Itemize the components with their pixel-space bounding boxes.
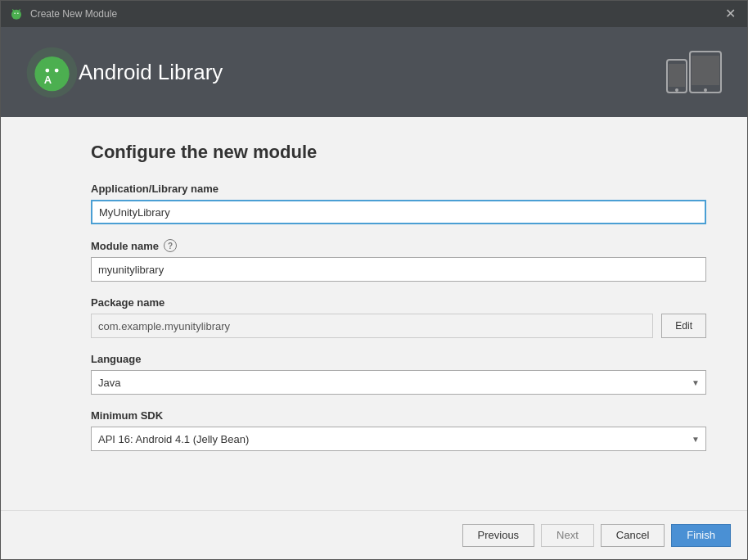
min-sdk-select-wrapper: API 16: Android 4.1 (Jelly Bean) API 21:… <box>91 427 706 451</box>
android-logo-icon: A <box>25 46 79 99</box>
header-title: Android Library <box>79 60 665 85</box>
language-select[interactable]: Java Kotlin <box>91 370 706 395</box>
title-bar: Create New Module ✕ <box>1 1 747 27</box>
min-sdk-select[interactable]: API 16: Android 4.1 (Jelly Bean) API 21:… <box>91 427 706 451</box>
language-select-wrapper: Java Kotlin ▼ <box>91 370 706 395</box>
package-name-group: Package name com.example.myunitylibrary … <box>91 296 706 338</box>
svg-rect-18 <box>669 64 685 87</box>
device-icons <box>665 47 723 97</box>
svg-point-10 <box>55 68 59 72</box>
title-bar-text: Create New Module <box>30 8 722 20</box>
svg-line-4 <box>13 10 15 11</box>
svg-rect-1 <box>13 15 20 19</box>
device-illustration-icon <box>665 47 723 97</box>
svg-point-9 <box>45 68 49 72</box>
language-group: Language Java Kotlin ▼ <box>91 353 706 395</box>
svg-point-16 <box>704 88 707 92</box>
svg-rect-15 <box>692 56 719 85</box>
app-name-group: Application/Library name <box>91 183 706 224</box>
module-name-label-row: Module name ? <box>91 239 706 252</box>
svg-point-19 <box>675 88 678 92</box>
app-name-input[interactable] <box>91 200 706 224</box>
module-name-input[interactable] <box>91 257 706 282</box>
language-label: Language <box>91 353 706 365</box>
svg-text:A: A <box>44 73 52 85</box>
app-name-label: Application/Library name <box>91 183 706 195</box>
content-area: Configure the new module Application/Lib… <box>1 117 747 510</box>
header: A Android Library <box>1 27 747 117</box>
module-name-help-icon[interactable]: ? <box>164 239 177 252</box>
package-name-label: Package name <box>91 296 706 309</box>
svg-point-2 <box>14 13 16 15</box>
close-button[interactable]: ✕ <box>722 6 739 22</box>
previous-button[interactable]: Previous <box>462 524 535 547</box>
footer: Previous Next Cancel Finish <box>1 510 747 559</box>
module-name-label: Module name <box>91 240 159 252</box>
edit-package-button[interactable]: Edit <box>661 314 706 338</box>
android-title-icon <box>9 7 24 21</box>
dialog: Create New Module ✕ A Android Library <box>0 0 748 560</box>
cancel-button[interactable]: Cancel <box>601 524 665 547</box>
section-title: Configure the new module <box>91 142 706 163</box>
package-name-value: com.example.myunitylibrary <box>91 314 653 338</box>
package-name-row: com.example.myunitylibrary Edit <box>91 314 706 338</box>
min-sdk-label: Minimum SDK <box>91 409 706 422</box>
svg-line-5 <box>19 10 20 11</box>
svg-point-3 <box>17 13 19 15</box>
next-button[interactable]: Next <box>541 524 594 547</box>
finish-button[interactable]: Finish <box>671 524 731 547</box>
module-name-group: Module name ? <box>91 239 706 282</box>
min-sdk-group: Minimum SDK API 16: Android 4.1 (Jelly B… <box>91 409 706 451</box>
